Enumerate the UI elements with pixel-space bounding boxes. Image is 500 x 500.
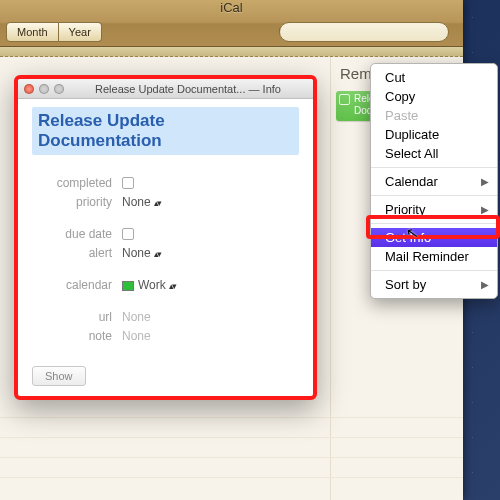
menu-item-paste: Paste — [371, 106, 497, 125]
stepper-icon[interactable]: ▴▾ — [154, 249, 160, 259]
window-title: iCal — [220, 0, 242, 15]
alert-label: alert — [32, 246, 112, 260]
note-label: note — [32, 329, 112, 343]
grid-line — [0, 477, 463, 478]
event-title[interactable]: Release Update Documentation — [32, 107, 299, 155]
menu-separator — [371, 167, 497, 168]
alert-value[interactable]: None▴▾ — [122, 246, 160, 260]
note-value[interactable]: None — [122, 329, 151, 343]
menu-separator — [371, 223, 497, 224]
completed-checkbox[interactable] — [122, 177, 134, 189]
view-segmented-control: Month Year — [6, 22, 102, 42]
due-date-checkbox[interactable] — [122, 228, 134, 240]
leather-stitch — [0, 47, 463, 57]
zoom-icon[interactable] — [54, 84, 64, 94]
show-button[interactable]: Show — [32, 366, 86, 386]
menu-item-get-info[interactable]: Get Info — [371, 228, 497, 247]
url-label: url — [32, 310, 112, 324]
menu-item-select-all[interactable]: Select All — [371, 144, 497, 163]
calendar-value[interactable]: Work▴▾ — [122, 278, 175, 292]
minimize-icon[interactable] — [39, 84, 49, 94]
info-panel: Release Update Documentat... — Info Rele… — [14, 75, 317, 400]
tab-month[interactable]: Month — [6, 22, 59, 42]
submenu-arrow-icon: ▶ — [481, 176, 489, 187]
context-menu: CutCopyPasteDuplicateSelect AllCalendar▶… — [370, 63, 498, 299]
menu-item-mail-reminder[interactable]: Mail Reminder — [371, 247, 497, 266]
submenu-arrow-icon: ▶ — [481, 279, 489, 290]
reminder-checkbox[interactable] — [339, 94, 350, 105]
grid-line — [0, 457, 463, 458]
menu-separator — [371, 270, 497, 271]
priority-value[interactable]: None▴▾ — [122, 195, 160, 209]
due-date-label: due date — [32, 227, 112, 241]
stepper-icon[interactable]: ▴▾ — [169, 281, 175, 291]
grid-line — [0, 417, 463, 418]
menu-item-cut[interactable]: Cut — [371, 68, 497, 87]
info-panel-titlebar[interactable]: Release Update Documentat... — Info — [18, 79, 313, 99]
url-value[interactable]: None — [122, 310, 151, 324]
menu-item-copy[interactable]: Copy — [371, 87, 497, 106]
calendar-label: calendar — [32, 278, 112, 292]
priority-label: priority — [32, 195, 112, 209]
menu-separator — [371, 195, 497, 196]
divider — [330, 57, 331, 500]
menu-item-priority[interactable]: Priority▶ — [371, 200, 497, 219]
toolbar: iCal Month Year Q▾ — [0, 0, 463, 47]
stepper-icon[interactable]: ▴▾ — [154, 198, 160, 208]
info-panel-body: Release Update Documentation completed p… — [18, 99, 313, 394]
menu-item-sort-by[interactable]: Sort by▶ — [371, 275, 497, 294]
menu-item-duplicate[interactable]: Duplicate — [371, 125, 497, 144]
search-input[interactable] — [279, 22, 449, 42]
close-icon[interactable] — [24, 84, 34, 94]
completed-label: completed — [32, 176, 112, 190]
tab-year[interactable]: Year — [59, 22, 102, 42]
grid-line — [0, 437, 463, 438]
submenu-arrow-icon: ▶ — [481, 204, 489, 215]
calendar-color-swatch — [122, 281, 134, 291]
menu-item-calendar[interactable]: Calendar▶ — [371, 172, 497, 191]
info-panel-title: Release Update Documentat... — Info — [69, 83, 307, 95]
